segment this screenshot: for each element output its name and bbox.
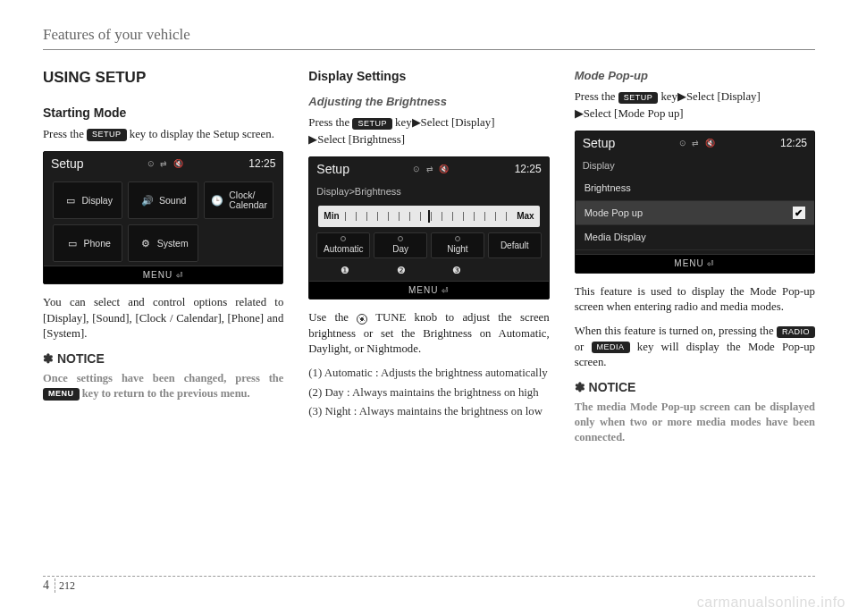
tile-phone[interactable]: ▭Phone: [53, 224, 122, 262]
text: Once settings have been changed, press t…: [43, 372, 283, 384]
list-item-media-display[interactable]: Media Display: [576, 225, 814, 250]
slider-ticks: [345, 212, 512, 221]
mode-popup-keys: When this feature is turned on, pressing…: [575, 324, 815, 370]
checkbox-checked-icon: ✔: [793, 207, 805, 219]
text: Use the: [308, 311, 357, 324]
list-label: Brightness: [585, 181, 631, 195]
radio-dot: [341, 236, 346, 241]
column-2: Display Settings Adjusting the Brightnes…: [308, 68, 549, 454]
tile-system[interactable]: ⚙System: [128, 224, 198, 262]
brightness-instruction: Press the SETUP key▶Select [Display] ▶Se…: [308, 114, 549, 148]
screen-title: Setup: [583, 135, 616, 152]
mode-night[interactable]: Night: [431, 232, 484, 259]
status-icons: ⊙ ⇄ 🔇: [147, 158, 185, 169]
brightness-slider[interactable]: Min Max: [318, 206, 539, 227]
status-icons: ⊙ ⇄ 🔇: [413, 164, 450, 174]
text: Press the: [43, 128, 87, 140]
arrow-icon: ▶: [575, 106, 584, 120]
notice-heading: ✽ NOTICE: [575, 379, 815, 396]
text: Select [Mode Pop up]: [584, 107, 684, 120]
radio-key: RADIO: [777, 326, 815, 339]
tile-label: Phone: [84, 237, 111, 249]
page-header: Features of your vehicle: [43, 25, 815, 50]
breadcrumb: Display: [576, 156, 814, 176]
tile-label: Sound: [159, 194, 186, 207]
text: or: [575, 341, 592, 353]
list-label: Mode Pop up: [585, 207, 643, 220]
setup-key: SETUP: [87, 129, 127, 141]
clock: 12:25: [515, 162, 542, 176]
callout-3: ❸: [429, 264, 485, 277]
tile-label: System: [157, 237, 189, 249]
list-item: (2) Day : Always maintains the bright­ne…: [308, 385, 549, 401]
screen-title: Setup: [51, 156, 84, 173]
brightness-screenshot: Setup ⊙ ⇄ 🔇 12:25 Display>Brightness Min…: [308, 156, 549, 300]
text: When this feature is turned on, pressing…: [575, 325, 777, 337]
breadcrumb: Display>Brightness: [309, 181, 548, 202]
slider-min-label: Min: [324, 210, 339, 223]
tile-sound[interactable]: 🔊Sound: [128, 181, 198, 219]
tile-display[interactable]: ▭Display: [53, 181, 122, 219]
setup-key: SETUP: [618, 92, 659, 105]
column-3: Mode Pop-up Press the SETUP key▶Select […: [575, 68, 815, 454]
setup-key: SETUP: [352, 118, 392, 131]
radio-dot: [398, 236, 403, 241]
list-item-mode-popup[interactable]: Mode Pop up ✔: [576, 201, 814, 226]
text: Select [Display]: [686, 90, 761, 103]
mode-label: Default: [500, 240, 529, 252]
heading-display-settings: Display Settings: [308, 68, 549, 85]
radio-dot: [455, 236, 460, 241]
callout-2: ❷: [373, 264, 429, 277]
media-key: MEDIA: [592, 342, 630, 354]
status-icons: ⊙ ⇄ 🔇: [679, 138, 717, 148]
setup-main-screenshot: Setup ⊙ ⇄ 🔇 12:25 ▭Display 🔊Sound 🕒Clock…: [43, 151, 283, 284]
mode-day[interactable]: Day: [374, 232, 427, 259]
arrow-icon: ▶: [677, 89, 686, 103]
text: key: [658, 90, 677, 103]
clock: 12:25: [248, 156, 275, 171]
menu-bar[interactable]: MENU: [309, 281, 548, 300]
heading-mode-popup: Mode Pop-up: [575, 68, 815, 84]
tile-label: Clock/ Calendar: [229, 190, 267, 209]
mode-label: Automatic: [324, 243, 363, 256]
mode-label: Night: [447, 243, 467, 256]
column-1: USING SETUP Starting Mode Press the SETU…: [43, 68, 283, 454]
heading-adjusting-brightness: Adjusting the Brightness: [308, 94, 549, 110]
text: key to display the Setup screen.: [127, 128, 274, 140]
tile-label: Display: [82, 194, 113, 207]
menu-bar[interactable]: MENU: [44, 266, 282, 284]
watermark: carmanualsonline.info: [697, 595, 845, 611]
list-item-brightness[interactable]: Brightness: [576, 176, 814, 201]
options-text: You can select and control options relat…: [43, 295, 283, 342]
text: Press the: [308, 116, 352, 129]
mode-automatic[interactable]: Automatic: [316, 232, 370, 259]
page-number: 212: [59, 579, 75, 592]
mode-popup-desc: This feature is used to display the Mode…: [575, 284, 815, 316]
display-icon: ▭: [63, 193, 78, 207]
list-item: (3) Night : Always maintains the brightn…: [308, 404, 549, 419]
arrow-icon: ▶: [412, 115, 421, 129]
clock: 12:25: [780, 136, 807, 150]
slider-max-label: Max: [517, 210, 534, 223]
text: key to return to the previous menu.: [80, 387, 250, 400]
list-item: (1) Automatic : Adjusts the bright­ness …: [308, 366, 549, 381]
clock-icon: 🕒: [210, 193, 224, 207]
menu-bar[interactable]: MENU: [576, 254, 814, 273]
text: Select [Brightness]: [317, 133, 405, 146]
callout-1: ❶: [316, 264, 373, 277]
section-number: 4: [43, 578, 55, 593]
mode-default[interactable]: Default: [488, 232, 542, 259]
sound-icon: 🔊: [140, 193, 155, 207]
text: Press the: [575, 90, 618, 103]
mode-popup-instruction: Press the SETUP key▶Select [Display] ▶Se…: [575, 89, 815, 122]
tile-clock[interactable]: 🕒Clock/ Calendar: [204, 181, 273, 219]
display-list-screenshot: Setup ⊙ ⇄ 🔇 12:25 Display Brightness Mod…: [575, 131, 815, 274]
notice-body: Once settings have been changed, press t…: [43, 371, 283, 401]
callout-numbers: ❶ ❷ ❸: [309, 264, 548, 281]
page-footer: 4212: [43, 576, 815, 593]
gear-icon: ⚙: [139, 236, 153, 250]
notice-heading: ✽ NOTICE: [43, 350, 283, 367]
text: Select [Display]: [421, 116, 495, 129]
heading-using-setup: USING SETUP: [43, 68, 283, 89]
menu-key: MENU: [43, 388, 80, 401]
